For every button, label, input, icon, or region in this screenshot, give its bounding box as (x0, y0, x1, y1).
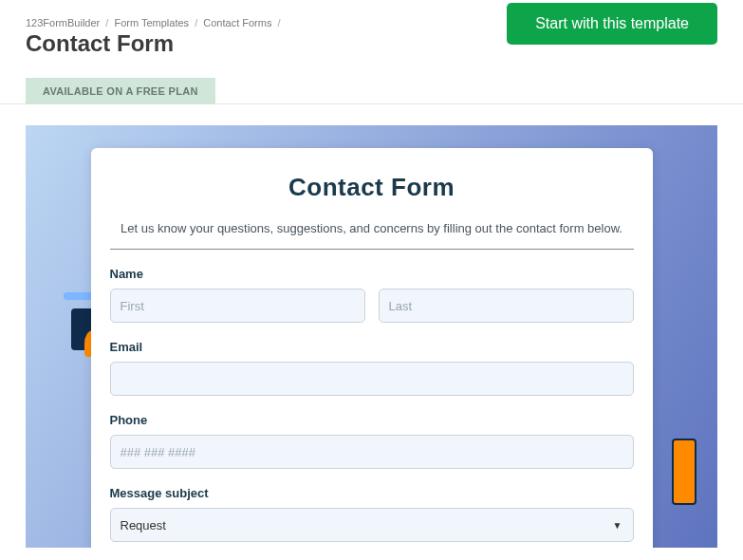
last-name-input[interactable] (379, 289, 634, 323)
subject-field-group: Message subject Request ▼ (110, 486, 634, 542)
contact-form-card: Contact Form Let us know your questions,… (91, 148, 653, 548)
name-field: Name (110, 267, 634, 323)
phone-input[interactable] (110, 435, 634, 469)
breadcrumb-sep: / (105, 17, 108, 28)
breadcrumb: 123FormBuilder / Form Templates / Contac… (26, 17, 284, 28)
phone-label: Phone (110, 413, 634, 427)
template-preview-frame[interactable]: Contact Form Let us know your questions,… (26, 125, 717, 548)
page-title: Contact Form (26, 30, 284, 57)
form-title: Contact Form (110, 173, 634, 202)
first-name-input[interactable] (110, 289, 365, 323)
breadcrumb-sep: / (278, 17, 281, 28)
breadcrumb-item-templates[interactable]: Form Templates (114, 17, 189, 28)
start-with-template-button[interactable]: Start with this template (507, 3, 717, 45)
free-plan-badge: AVAILABLE ON A FREE PLAN (26, 78, 215, 104)
decoration-right (672, 439, 697, 548)
breadcrumb-item-root[interactable]: 123FormBuilder (26, 17, 100, 28)
phone-field-group: Phone (110, 413, 634, 469)
email-label: Email (110, 340, 634, 354)
form-subtitle: Let us know your questions, suggestions,… (110, 221, 634, 250)
breadcrumb-sep: / (195, 17, 197, 28)
name-label: Name (110, 267, 634, 281)
email-field-group: Email (110, 340, 634, 396)
email-input[interactable] (110, 362, 634, 396)
subject-select[interactable]: Request (110, 508, 634, 542)
decoration-box (672, 439, 697, 505)
preview-canvas: Contact Form Let us know your questions,… (26, 125, 717, 548)
breadcrumb-item-contact-forms[interactable]: Contact Forms (203, 17, 271, 28)
subject-label: Message subject (110, 486, 634, 500)
